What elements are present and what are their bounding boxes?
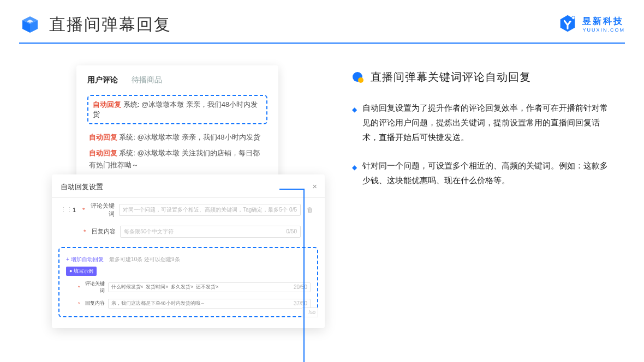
delete-icon[interactable]: 🗑 bbox=[304, 206, 316, 214]
partial-input: /50 bbox=[302, 307, 318, 317]
char-counter: 20/50 bbox=[294, 284, 307, 290]
required-icon: * bbox=[84, 228, 86, 235]
required-icon: * bbox=[82, 207, 85, 213]
example-keyword-input[interactable]: 什么时候发货× 发货时间× 多久发货× 还不发货× 20/50 bbox=[108, 282, 311, 292]
keyword-tag: 多久发货× bbox=[171, 284, 193, 291]
example-badge: ● 填写示例 bbox=[66, 267, 97, 276]
keyword-tag: 什么时候发货× bbox=[111, 284, 144, 291]
char-counter: 0/5 bbox=[289, 207, 297, 213]
bullet-text: 自动回复设置为了提升作者的评论回复效率，作者可在开播前针对常见的评论用户问题，提… bbox=[362, 101, 614, 144]
required-icon: * bbox=[78, 301, 80, 306]
modal-title: 自动回复设置 × bbox=[52, 182, 325, 198]
char-counter: 37/50 bbox=[294, 300, 307, 306]
auto-reply-tag: 自动回复 bbox=[93, 100, 121, 108]
system-tag: 系统: bbox=[123, 100, 140, 108]
example-content-row: * 回复内容 亲，我们这边都是下单48小时内发货的哦～ 37/50 bbox=[66, 299, 311, 309]
add-hint: 最多可建10条 还可以创建9条 bbox=[109, 256, 180, 262]
tab-pending-goods[interactable]: 待播商品 bbox=[132, 75, 162, 85]
row-number: 1 bbox=[73, 207, 82, 213]
keyword-label: 评论关键词 bbox=[86, 202, 115, 218]
keyword-input[interactable]: 对同一个问题，可设置多个相近、高频的关键词，Tag确定，最多5个 0/5 bbox=[119, 204, 301, 216]
auto-reply-tag: 自动回复 bbox=[89, 134, 117, 141]
brand-url: YUUXIN.COM bbox=[582, 27, 625, 33]
close-icon[interactable]: × bbox=[312, 182, 317, 191]
char-counter: 0/50 bbox=[287, 228, 297, 234]
placeholder-text: 对同一个问题，可设置多个相近、高频的关键词，Tag确定，最多5个 bbox=[123, 206, 288, 214]
tab-user-comments[interactable]: 用户评论 bbox=[87, 75, 118, 85]
highlighted-comment: 自动回复 系统: @冰墩墩本墩 亲亲，我们48小时内发货 bbox=[87, 95, 267, 124]
example-content-value: 亲，我们这边都是下单48小时内发货的哦～ bbox=[111, 300, 205, 307]
form-row-keyword: ⋮⋮ 1 * 评论关键词 对同一个问题，可设置多个相近、高频的关键词，Tag确定… bbox=[52, 198, 325, 222]
comments-panel: 用户评论 待播商品 自动回复 系统: @冰墩墩本墩 亲亲，我们48小时内发货 自… bbox=[76, 65, 278, 186]
page-title: 直播间弹幕回复 bbox=[49, 14, 171, 36]
content-input[interactable]: 每条限50个中文字符 0/50 bbox=[120, 226, 301, 238]
example-content-label: 回复内容 bbox=[82, 300, 105, 307]
brand-name: 昱新科技 bbox=[582, 16, 625, 27]
keyword-tag: 还不发货× bbox=[196, 284, 218, 291]
svg-point-6 bbox=[358, 77, 363, 83]
drag-handle-icon[interactable]: ⋮⋮ bbox=[61, 206, 73, 213]
diamond-icon: ◆ bbox=[352, 161, 357, 188]
bullet-item: ◆ 自动回复设置为了提升作者的评论回复效率，作者可在开播前针对常见的评论用户问题… bbox=[352, 101, 614, 144]
example-content-input[interactable]: 亲，我们这边都是下单48小时内发货的哦～ 37/50 bbox=[108, 299, 311, 309]
example-keyword-label: 评论关键词 bbox=[82, 280, 105, 294]
auto-reply-settings-modal: 自动回复设置 × ⋮⋮ 1 * 评论关键词 对同一个问题，可设置多个相近、高频的… bbox=[52, 174, 325, 328]
example-keyword-row: * 评论关键词 什么时候发货× 发货时间× 多久发货× 还不发货× 20/50 bbox=[66, 280, 311, 294]
bullet-text: 针对同一个问题，可设置多个相近的、高频的关键词。例如：这款多少钱、这块能优惠吗、… bbox=[362, 159, 614, 188]
required-icon: * bbox=[78, 285, 80, 290]
diamond-icon: ◆ bbox=[352, 104, 357, 144]
comment-text: @冰墩墩本墩 亲亲，我们48小时内发货 bbox=[137, 134, 260, 141]
brand-logo: 昱新科技 YUUXIN.COM bbox=[557, 14, 625, 34]
tabs: 用户评论 待播商品 bbox=[87, 75, 267, 85]
bullet-item: ◆ 针对同一个问题，可设置多个相近的、高频的关键词。例如：这款多少钱、这块能优惠… bbox=[352, 159, 614, 188]
cube-icon bbox=[19, 14, 41, 36]
comment-item: 自动回复 系统: @冰墩墩本墩 关注我们的店铺，每日都有热门推荐呦～ bbox=[89, 148, 266, 171]
add-auto-reply-button[interactable]: + 增加自动回复 bbox=[66, 256, 104, 262]
example-section: + 增加自动回复 最多可建10条 还可以创建9条 ● 填写示例 * 评论关键词 … bbox=[58, 247, 318, 317]
system-tag: 系统: bbox=[119, 134, 135, 141]
svg-point-4 bbox=[572, 16, 575, 20]
comment-item: 自动回复 系统: @冰墩墩本墩 亲亲，我们48小时内发货 bbox=[89, 132, 266, 143]
system-tag: 系统: bbox=[119, 149, 135, 157]
placeholder-text: 每条限50个中文字符 bbox=[124, 228, 174, 236]
keyword-tag: 发货时间× bbox=[146, 284, 168, 291]
modal-title-text: 自动回复设置 bbox=[61, 183, 103, 191]
content-label: 回复内容 bbox=[87, 227, 116, 236]
auto-reply-tag: 自动回复 bbox=[89, 149, 117, 157]
bullet-dot-icon bbox=[352, 71, 364, 83]
section-title: 直播间弹幕关键词评论自动回复 bbox=[371, 70, 531, 85]
form-row-content: * 回复内容 每条限50个中文字符 0/50 bbox=[52, 222, 325, 242]
brand-icon bbox=[557, 14, 578, 34]
